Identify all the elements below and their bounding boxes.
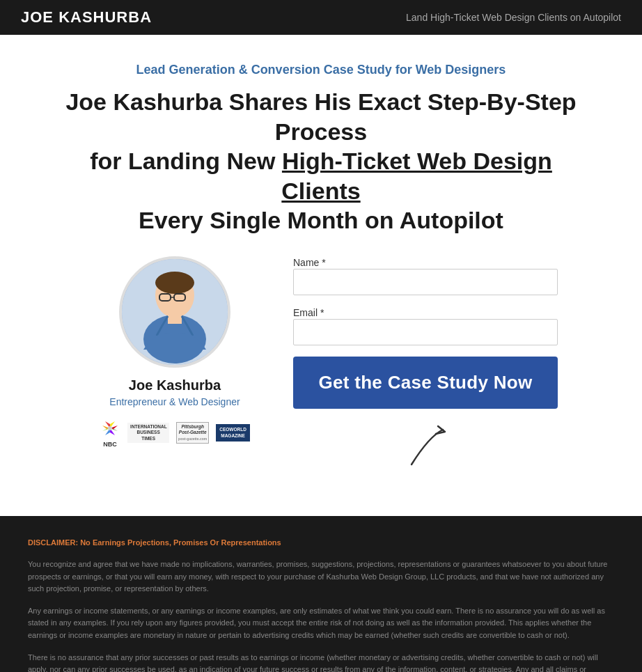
nbc-peacock-icon	[100, 419, 120, 438]
presenter-title: Entrepreneur & Web Designer	[84, 396, 265, 407]
page-footer: DISCLAIMER: No Earnings Projections, Pro…	[0, 516, 642, 673]
pg-logo: Pittsburgh Post-Gazette post-gazette.com	[176, 422, 209, 444]
page-subtitle: Lead Generation & Conversion Case Study …	[14, 63, 628, 77]
headline-line1: Joe Kashurba Shares His Exact Step-By-St…	[65, 88, 576, 145]
site-logo: JOE KASHURBA	[21, 8, 152, 26]
disclaimer-highlight: No Earnings Projections, Promises Or Rep…	[80, 538, 281, 547]
page-header: JOE KASHURBA Land High-Ticket Web Design…	[0, 0, 642, 35]
media-logos-row: NBC INTERNATIONALBUSINESS TIMES Pittsbur…	[84, 419, 265, 448]
header-tagline: Land High-Ticket Web Design Clients on A…	[406, 12, 621, 23]
headline-line3: Every Single Month on Autopilot	[139, 207, 503, 233]
svg-point-16	[108, 426, 112, 430]
nbc-label: NBC	[103, 441, 117, 448]
page-headline: Joe Kashurba Shares His Exact Step-By-St…	[49, 87, 593, 235]
footer-para2: Any earnings or income statements, or an…	[28, 605, 614, 642]
headline-line2: for Landing New	[90, 148, 282, 174]
presenter-column: Joe Kashurba Entrepreneur & Web Designer	[84, 256, 265, 448]
name-field-group: Name *	[293, 256, 558, 306]
footer-para1: You recognize and agree that we have mad…	[28, 558, 614, 595]
form-column: Name * Email * Get the Case Study Now	[293, 256, 558, 474]
main-content: Lead Generation & Conversion Case Study …	[0, 35, 642, 516]
avatar-image	[122, 259, 228, 365]
svg-rect-7	[168, 313, 182, 324]
email-label: Email *	[293, 307, 324, 318]
avatar	[119, 256, 230, 368]
disclaimer-title: DISCLAIMER: No Earnings Projections, Pro…	[28, 537, 614, 549]
ibt-logo: INTERNATIONALBUSINESS TIMES	[127, 423, 169, 443]
arrow-icon	[398, 423, 453, 471]
name-label: Name *	[293, 257, 326, 268]
ceo-logo: CEOWORLDMAGAZINE	[216, 424, 250, 442]
cta-button[interactable]: Get the Case Study Now	[293, 357, 558, 409]
presenter-name: Joe Kashurba	[84, 377, 265, 393]
footer-para3: There is no assurance that any prior suc…	[28, 652, 614, 672]
disclaimer-prefix: DISCLAIMER:	[28, 538, 80, 547]
email-input[interactable]	[293, 319, 558, 345]
email-field-group: Email *	[293, 306, 558, 357]
arrow-container	[293, 423, 558, 474]
nbc-logo: NBC	[100, 419, 120, 448]
name-input[interactable]	[293, 269, 558, 295]
headline-highlight: High-Ticket Web Design Clients	[281, 148, 552, 204]
svg-point-2	[155, 272, 194, 294]
content-columns: Joe Kashurba Entrepreneur & Web Designer	[22, 256, 620, 474]
